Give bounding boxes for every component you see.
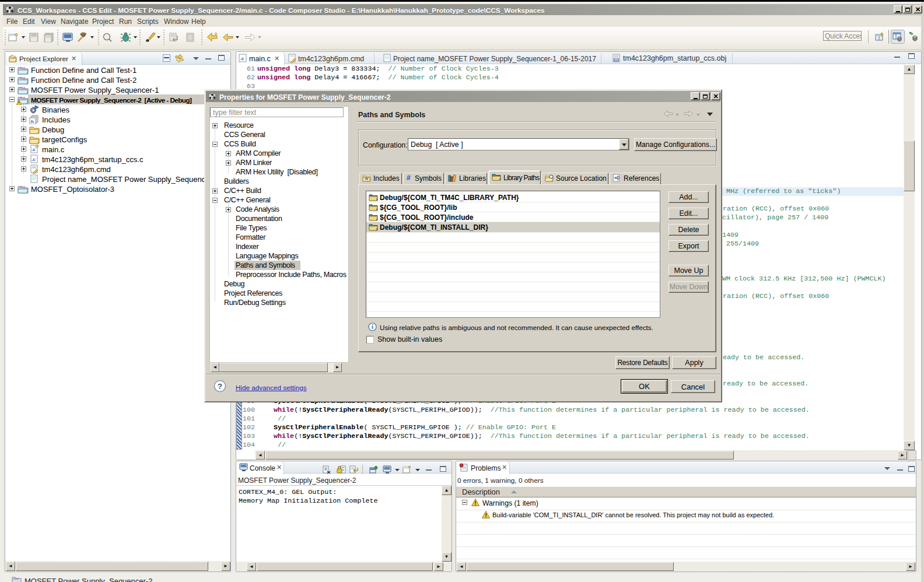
svg-text:h: h (365, 176, 368, 181)
svg-text:?: ? (218, 382, 222, 391)
svg-text:010: 010 (614, 59, 619, 62)
